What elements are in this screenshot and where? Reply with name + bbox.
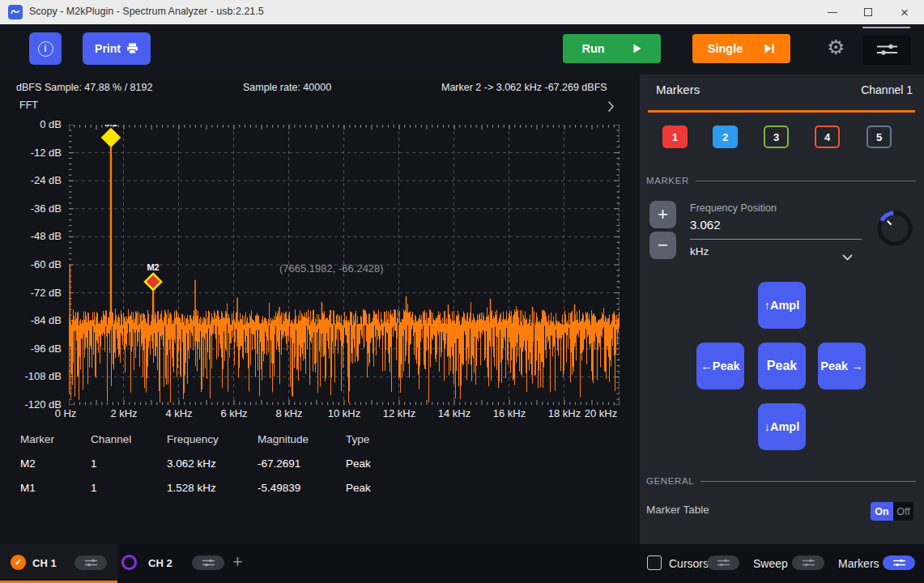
single-button-label: Single bbox=[708, 42, 743, 55]
cursors-label: Cursors bbox=[669, 557, 709, 570]
toggle-off[interactable]: Off bbox=[893, 502, 913, 521]
sweep-settings-button[interactable] bbox=[792, 555, 824, 570]
y-tick-label: -72 dB bbox=[0, 287, 62, 299]
channel1-settings-button[interactable] bbox=[75, 555, 107, 570]
gear-icon[interactable]: ⚙ bbox=[827, 37, 845, 57]
peak-left-button[interactable]: ←Peak bbox=[696, 343, 744, 389]
table-cell: Peak bbox=[346, 482, 402, 506]
y-tick-label: -24 dB bbox=[0, 174, 62, 186]
general-section-text: GENERAL bbox=[646, 476, 694, 486]
panel-accent-rule bbox=[648, 110, 915, 113]
toolbar: i Print Run Single ⚙ bbox=[0, 24, 924, 74]
marker-section-label: MARKER bbox=[646, 176, 916, 185]
check-icon: ✓ bbox=[15, 557, 22, 568]
marker-m1-diamond bbox=[101, 128, 121, 147]
panel-title: Markers bbox=[656, 83, 700, 96]
close-button[interactable]: × bbox=[891, 0, 918, 24]
table-cell: 1 bbox=[91, 482, 167, 506]
channel1-enable-checkbox[interactable]: ✓ bbox=[11, 555, 26, 570]
marker-m1-label: M1 bbox=[104, 125, 117, 128]
y-tick-label: -48 dB bbox=[0, 230, 62, 242]
frequency-unit-select[interactable]: kHz bbox=[690, 245, 709, 257]
frequency-position-input[interactable]: 3.062 bbox=[690, 218, 721, 232]
frequency-increment-button[interactable]: + bbox=[649, 201, 676, 228]
scopy-logo-icon bbox=[8, 5, 23, 19]
channel2-settings-button[interactable] bbox=[192, 555, 224, 570]
y-tick-label: -84 dB bbox=[0, 314, 62, 326]
minimize-button[interactable] bbox=[819, 0, 846, 24]
general-section-label: GENERAL bbox=[646, 476, 916, 486]
amplitude-up-button[interactable]: ↑Ampl bbox=[758, 282, 806, 329]
y-tick-label: -60 dB bbox=[0, 258, 62, 270]
toggle-on[interactable]: On bbox=[871, 502, 893, 521]
amplitude-down-button[interactable]: ↓Ampl bbox=[758, 403, 806, 450]
marker-table-header: Channel bbox=[91, 433, 167, 457]
chevron-right-icon bbox=[607, 100, 615, 113]
marker-m2-label: M2 bbox=[147, 262, 159, 272]
printer-icon bbox=[126, 43, 138, 54]
title-bar: Scopy - M2kPlugin - Spectrum Analyzer - … bbox=[0, 0, 924, 24]
x-tick-label: 0 Hz bbox=[33, 407, 98, 419]
y-axis-labels: 0 dB-12 dB-24 dB-36 dB-48 dB-60 dB-72 dB… bbox=[0, 74, 63, 415]
table-cell: Peak bbox=[346, 457, 402, 482]
y-tick-label: -36 dB bbox=[0, 202, 62, 215]
markers-label: Markers bbox=[838, 557, 879, 570]
frequency-position-label: Frequency Position bbox=[690, 202, 777, 214]
marker-button-4[interactable]: 4 bbox=[815, 126, 840, 148]
sample-rate-info: Sample rate: 40000 bbox=[243, 82, 331, 93]
print-button[interactable]: Print bbox=[83, 32, 151, 65]
maximize-icon bbox=[864, 8, 872, 16]
channel1-tab[interactable]: ✓ CH 1 bbox=[0, 544, 117, 583]
single-button[interactable]: Single bbox=[692, 34, 790, 63]
close-icon: × bbox=[901, 6, 909, 19]
window-title: Scopy - M2kPlugin - Spectrum Analyzer - … bbox=[29, 6, 264, 17]
marker-button-1[interactable]: 1 bbox=[662, 126, 688, 148]
sliders-icon bbox=[802, 559, 815, 567]
table-cell: M2 bbox=[20, 457, 91, 482]
run-button[interactable]: Run bbox=[563, 34, 661, 63]
marker-table-header: Magnitude bbox=[258, 433, 346, 457]
marker-button-2[interactable]: 2 bbox=[713, 126, 738, 148]
marker-table-header: Frequency bbox=[167, 433, 258, 457]
maximize-button[interactable] bbox=[854, 0, 882, 24]
peak-right-button[interactable]: Peak → bbox=[818, 343, 866, 389]
preferences-active-indicator bbox=[862, 27, 910, 28]
table-cell: -67.2691 bbox=[258, 457, 346, 482]
peak-button[interactable]: Peak bbox=[758, 343, 806, 389]
play-icon bbox=[632, 43, 642, 54]
preferences-button[interactable] bbox=[862, 35, 911, 65]
marker-m2-diamond bbox=[145, 274, 161, 290]
y-tick-label: -108 dB bbox=[0, 370, 62, 382]
marker-table-header: Type bbox=[346, 433, 402, 457]
channel1-label: CH 1 bbox=[32, 557, 57, 569]
sliders-icon bbox=[717, 559, 730, 567]
print-button-label: Print bbox=[95, 42, 121, 55]
table-cell: -5.49839 bbox=[258, 482, 346, 506]
play-to-end-icon bbox=[764, 43, 775, 54]
frequency-decrement-button[interactable]: − bbox=[649, 232, 676, 259]
marker-table: Marker Channel Frequency Magnitude Type … bbox=[20, 433, 402, 506]
table-cell: 1.528 kHz bbox=[167, 482, 258, 506]
cursors-settings-button[interactable] bbox=[707, 555, 739, 570]
marker-table-toggle-label: Marker Table bbox=[646, 504, 709, 516]
marker-button-3[interactable]: 3 bbox=[764, 126, 789, 148]
markers-settings-button[interactable] bbox=[883, 555, 915, 570]
add-channel-button[interactable]: + bbox=[232, 553, 243, 571]
marker-button-5[interactable]: 5 bbox=[867, 126, 892, 148]
marker-table-toggle[interactable]: On Off bbox=[871, 502, 913, 521]
collapse-infobar-button[interactable] bbox=[607, 100, 615, 116]
info-button[interactable]: i bbox=[29, 32, 62, 65]
y-tick-label: -12 dB bbox=[0, 147, 62, 159]
marker-readout: Marker 2 -> 3.062 kHz -67.269 dBFS bbox=[441, 82, 607, 93]
cursors-checkbox[interactable] bbox=[647, 555, 662, 570]
marker-section-text: MARKER bbox=[646, 176, 689, 185]
x-tick-label: 20 kHz bbox=[568, 407, 633, 419]
knob-needle bbox=[888, 221, 892, 225]
app-window: Scopy - M2kPlugin - Spectrum Analyzer - … bbox=[0, 0, 924, 583]
frequency-input-underline bbox=[690, 239, 862, 240]
sliders-icon bbox=[84, 559, 98, 567]
chevron-down-icon[interactable] bbox=[842, 249, 853, 264]
frequency-knob[interactable] bbox=[875, 209, 914, 251]
table-cell: 3.062 kHz bbox=[167, 457, 258, 482]
channel2-enable-checkbox[interactable] bbox=[121, 555, 137, 570]
